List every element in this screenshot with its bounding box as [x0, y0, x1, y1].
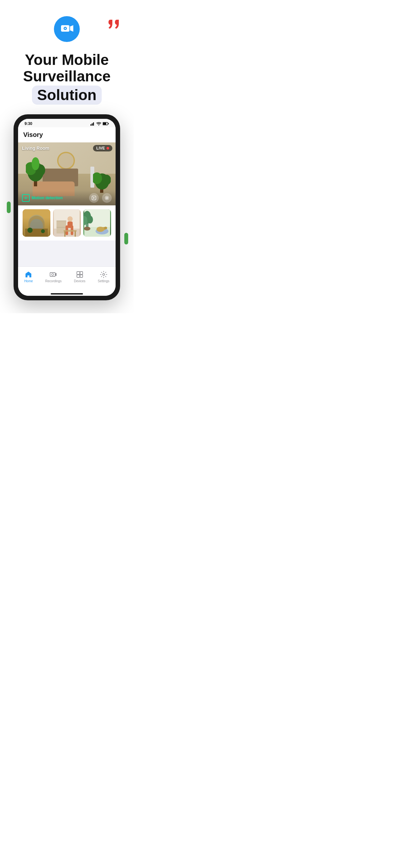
camera-controls	[89, 193, 112, 203]
home-indicator-bar	[18, 289, 116, 296]
signal-icon	[90, 122, 95, 126]
hero-line1: Your Mobile	[25, 51, 109, 68]
bottom-nav: Home Recordings	[18, 267, 116, 289]
nav-recordings-label: Recordings	[45, 279, 62, 283]
svg-marker-20	[93, 197, 95, 199]
app-logo[interactable]	[54, 16, 80, 42]
devices-icon	[76, 271, 84, 278]
page: Your Mobile Surveillance Solution 9:30	[0, 0, 134, 313]
playback-button[interactable]	[89, 193, 99, 203]
svg-rect-51	[50, 273, 55, 276]
camera-label: Living Room	[22, 146, 50, 151]
camera-bottom-bar: Motion detection	[18, 190, 116, 206]
thumbnails-row	[18, 206, 116, 241]
app-header: Visory	[18, 127, 116, 143]
header-area: Your Mobile Surveillance Solution	[0, 0, 134, 104]
thumbnail-2[interactable]	[53, 209, 81, 237]
thumbnail-3[interactable]	[83, 209, 111, 237]
recordings-icon	[50, 271, 57, 278]
phone-wrapper: 9:30	[9, 114, 125, 300]
svg-rect-32	[57, 227, 66, 228]
svg-point-3	[65, 28, 66, 29]
svg-rect-54	[77, 272, 80, 275]
svg-point-27	[41, 229, 45, 233]
status-bar: 9:30	[18, 119, 116, 127]
svg-rect-31	[57, 221, 66, 221]
dog-room-svg	[83, 209, 111, 237]
thumbnail-1[interactable]	[23, 209, 50, 237]
svg-point-18	[102, 175, 111, 185]
svg-rect-5	[92, 123, 93, 126]
phone-mockup: 9:30	[13, 114, 120, 300]
hero-line2: Surveillance	[23, 68, 111, 85]
nav-settings-label: Settings	[98, 279, 110, 283]
motion-icon	[22, 194, 30, 202]
phone-bottom-space	[18, 241, 116, 267]
svg-rect-55	[80, 272, 83, 275]
svg-rect-56	[77, 275, 80, 277]
nav-home-label: Home	[24, 279, 33, 283]
mirror	[57, 152, 75, 169]
svg-point-46	[84, 227, 90, 230]
svg-point-45	[87, 216, 93, 223]
svg-point-53	[52, 274, 54, 275]
svg-rect-37	[64, 230, 76, 231]
svg-rect-38	[64, 231, 66, 237]
svg-rect-39	[74, 231, 76, 237]
right-indicator	[124, 233, 128, 244]
plant-right-icon	[93, 167, 111, 193]
svg-rect-9	[108, 123, 109, 124]
svg-point-50	[104, 227, 107, 229]
live-text: LIVE	[96, 146, 105, 151]
app-title: Visory	[23, 131, 43, 138]
left-indicator	[7, 202, 11, 213]
wifi-icon	[96, 122, 101, 126]
svg-point-14	[32, 157, 39, 170]
arch-scene	[23, 209, 50, 237]
svg-rect-6	[93, 122, 94, 126]
svg-point-21	[106, 197, 108, 198]
quote-icon	[108, 18, 124, 31]
motion-text: Motion detection	[32, 196, 63, 200]
live-dot	[106, 147, 109, 150]
home-icon	[25, 271, 32, 278]
svg-rect-8	[103, 123, 106, 125]
motion-detection: Motion detection	[22, 194, 63, 202]
camera-feed[interactable]: Living Room LIVE	[18, 143, 116, 206]
phone-screen: 9:30	[18, 119, 116, 296]
nav-home[interactable]: Home	[19, 269, 38, 284]
hero-title: Your Mobile Surveillance Solution	[17, 52, 117, 104]
svg-point-26	[27, 228, 33, 233]
home-indicator	[51, 293, 83, 294]
settings-button[interactable]	[102, 193, 112, 203]
nav-recordings[interactable]: Recordings	[40, 269, 67, 284]
live-badge: LIVE	[93, 145, 112, 151]
kid-room-svg	[53, 209, 81, 237]
svg-point-33	[67, 216, 73, 221]
nav-settings[interactable]: Settings	[93, 269, 115, 284]
svg-marker-1	[70, 25, 73, 32]
arch-svg	[23, 209, 50, 237]
svg-rect-57	[80, 275, 83, 277]
svg-rect-4	[90, 124, 91, 126]
nav-devices[interactable]: Devices	[69, 269, 91, 284]
time-display: 9:30	[25, 121, 32, 126]
settings-icon	[100, 271, 107, 278]
hero-line3: Solution	[32, 86, 102, 104]
nav-devices-label: Devices	[74, 279, 86, 283]
plant-left-icon	[26, 154, 45, 186]
status-icons	[90, 122, 109, 126]
svg-point-58	[103, 274, 104, 275]
battery-icon	[103, 122, 109, 126]
